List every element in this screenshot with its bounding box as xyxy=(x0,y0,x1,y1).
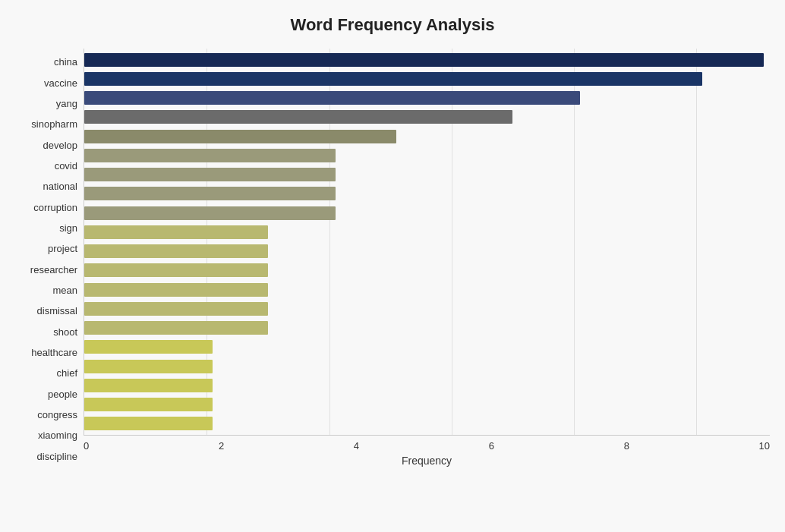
chart-area: chinavaccineyangsinopharmdevelopcovidnat… xyxy=(15,49,770,467)
y-label: sinopharm xyxy=(31,114,77,134)
y-label: dismissal xyxy=(37,301,77,321)
bar xyxy=(84,91,580,105)
bar-row xyxy=(84,90,770,106)
y-label: xiaoming xyxy=(38,425,77,445)
y-label: vaccine xyxy=(44,72,77,93)
bar-row xyxy=(84,320,770,336)
y-label: corruption xyxy=(33,197,77,217)
bar-row xyxy=(84,358,770,375)
bar-row xyxy=(84,147,770,164)
bar xyxy=(84,321,268,335)
bar-row xyxy=(84,415,770,432)
y-label: researcher xyxy=(30,259,77,279)
bar xyxy=(84,206,336,220)
y-label: national xyxy=(43,176,77,197)
x-axis-label: Frequency xyxy=(84,455,770,467)
bar xyxy=(84,417,213,430)
y-label: yang xyxy=(56,93,77,114)
x-tick: 6 xyxy=(489,440,494,452)
bar-row xyxy=(84,338,770,355)
bar xyxy=(84,149,336,162)
bar xyxy=(84,53,764,67)
bars-and-xaxis: 0246810 Frequency xyxy=(84,49,770,467)
y-label: sign xyxy=(59,218,77,238)
bars-section xyxy=(84,49,770,436)
bar-row xyxy=(84,205,770,222)
y-label: congress xyxy=(37,405,77,425)
bar xyxy=(84,302,268,316)
bar xyxy=(84,110,512,124)
x-tick: 2 xyxy=(219,440,224,452)
bar-row xyxy=(84,71,770,87)
bar xyxy=(84,379,213,392)
x-tick: 4 xyxy=(354,440,359,452)
bar-row xyxy=(84,166,770,183)
chart-title: Word Frequency Analysis xyxy=(15,15,770,35)
y-label: chief xyxy=(57,363,77,383)
x-tick: 10 xyxy=(759,440,770,452)
y-label: people xyxy=(48,384,77,405)
bar-row xyxy=(84,109,770,125)
bars-list xyxy=(84,49,770,435)
y-label: china xyxy=(54,52,77,72)
bar-row xyxy=(84,243,770,260)
y-axis: chinavaccineyangsinopharmdevelopcovidnat… xyxy=(15,49,84,467)
bar xyxy=(84,130,396,143)
y-label: develop xyxy=(43,134,77,155)
bar xyxy=(84,168,336,181)
bar xyxy=(84,225,268,239)
y-label: covid xyxy=(55,156,77,176)
bar xyxy=(84,187,336,200)
bar-row xyxy=(84,301,770,317)
x-axis: 0246810 xyxy=(84,436,770,452)
bar xyxy=(84,340,213,354)
bar-row xyxy=(84,377,770,394)
y-label: shoot xyxy=(53,321,77,342)
bar xyxy=(84,360,213,373)
bar-row xyxy=(84,185,770,202)
bar-row xyxy=(84,224,770,241)
x-tick: 8 xyxy=(624,440,629,452)
x-tick: 0 xyxy=(84,440,89,452)
bar-row xyxy=(84,396,770,413)
bar-row xyxy=(84,282,770,298)
bar xyxy=(84,72,702,86)
bar xyxy=(84,283,268,297)
bar xyxy=(84,398,213,411)
y-label: project xyxy=(48,238,77,259)
y-label: mean xyxy=(52,280,77,301)
bar-row xyxy=(84,262,770,279)
bar xyxy=(84,263,268,277)
bar xyxy=(84,244,268,258)
bar-row xyxy=(84,128,770,145)
y-label: discipline xyxy=(37,446,77,467)
chart-container: Word Frequency Analysis chinavaccineyang… xyxy=(0,0,785,532)
y-label: healthcare xyxy=(31,342,77,363)
bar-row xyxy=(84,52,770,68)
